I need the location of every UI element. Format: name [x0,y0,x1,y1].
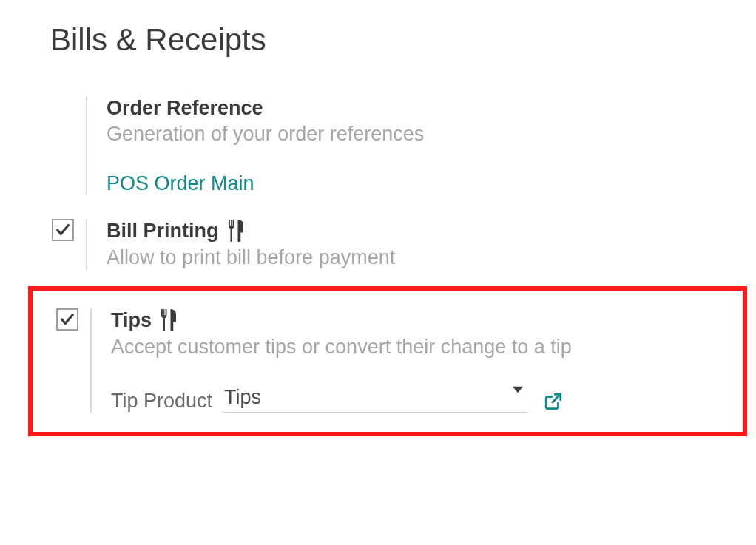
setting-content: Bill Printing Allow to print bill before… [107,219,756,270]
tips-highlight-box: Tips Accept customer tips or convert the… [28,286,747,436]
bill-printing-checkbox[interactable] [52,219,74,241]
caret-down-icon [513,385,523,398]
setting-content: Tips Accept customer tips or convert the… [111,308,735,413]
tip-product-external-link[interactable] [544,392,563,413]
divider [86,96,87,195]
setting-bill-printing: Bill Printing Allow to print bill before… [50,211,756,286]
tip-product-select-wrap [223,386,527,413]
setting-description: Allow to print bill before payment [107,246,741,271]
pos-order-main-link[interactable]: POS Order Main [107,172,254,195]
divider [86,219,87,270]
setting-description: Generation of your order references [107,122,741,147]
setting-title-text: Tips [111,308,152,332]
tip-product-label: Tip Product [111,390,212,413]
setting-title: Tips [111,308,720,332]
setting-description: Accept customer tips or convert their ch… [111,335,720,360]
utensils-icon [159,309,178,331]
tip-product-select[interactable] [223,386,527,413]
settings-list: Order Reference Generation of your order… [50,89,756,436]
setting-title: Bill Printing [107,219,741,243]
section-heading: Bills & Receipts [50,22,756,58]
setting-title-text: Bill Printing [107,219,219,243]
divider [90,308,92,413]
check-icon [59,311,75,328]
check-icon [55,222,71,238]
tips-checkbox[interactable] [56,308,78,331]
utensils-icon [226,220,246,242]
external-link-icon [544,392,563,411]
tip-product-field: Tip Product [111,386,720,413]
setting-order-reference: Order Reference Generation of your order… [50,89,756,211]
setting-title-text: Order Reference [107,96,263,120]
setting-title: Order Reference [107,96,741,120]
setting-content: Order Reference Generation of your order… [107,96,756,195]
setting-tips: Tips Accept customer tips or convert the… [33,301,735,413]
